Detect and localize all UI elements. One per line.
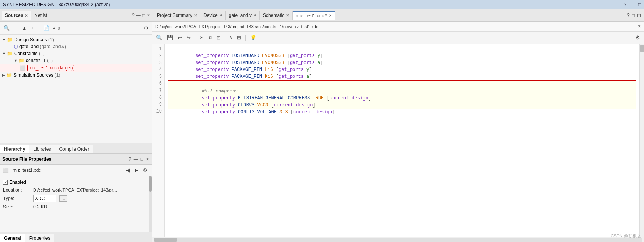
tree-constraints[interactable]: ▼ 📁 Constraints (1)	[0, 50, 152, 57]
folder-icon: 📁	[18, 58, 24, 63]
help-icon[interactable]: ?	[132, 13, 135, 18]
gear-button[interactable]: ⚙	[143, 24, 150, 32]
line-num-6: 6	[152, 80, 164, 87]
location-value: D:/ccj/ccj_work/FPGA_EXT/project_143/pro…	[33, 188, 118, 192]
props-body: ✓ Enabled Location: D:/ccj/ccj_work/FPGA…	[0, 176, 152, 232]
editor-help-icon[interactable]: ?	[627, 13, 630, 18]
sources-tab-icons: ? — □ ⊡	[132, 13, 150, 18]
tree-simulation-sources[interactable]: ▶ 📁 Simulation Sources (1)	[0, 72, 152, 79]
editor-restore-icon[interactable]: □	[632, 13, 635, 18]
search-button[interactable]: 🔍	[2, 24, 11, 32]
enabled-checkbox-group[interactable]: ✓ Enabled	[3, 180, 26, 185]
chevron-down-icon: ▼	[2, 38, 6, 42]
tab-project-summary[interactable]: Project Summary ✕	[154, 11, 200, 20]
design-sources-label: Design Sources (1)	[14, 37, 54, 42]
line-num-3: 3	[152, 59, 164, 66]
code-line-10	[168, 122, 636, 129]
tab-hierarchy[interactable]: Hierarchy	[0, 145, 29, 153]
editor-redo-button[interactable]: ↪	[185, 34, 192, 41]
toolbar-separator	[39, 25, 39, 31]
props-help-icon[interactable]: ?	[129, 156, 131, 162]
tab-sources[interactable]: Sources ✕	[2, 11, 31, 20]
props-close-icon[interactable]: ✕	[146, 156, 150, 162]
editor-right-scrollbar[interactable]	[639, 44, 644, 237]
sources-tabbar: Sources ✕ Netlist ? — □ ⊡	[0, 9, 152, 22]
tree-constrs1[interactable]: ▼ 📁 constrs_1 (1)	[0, 57, 152, 64]
tab-project-summary-close[interactable]: ✕	[194, 13, 197, 17]
code-content[interactable]: set_property IOSTANDARD LVCMOS33 [get_po…	[165, 44, 639, 237]
up-button[interactable]: ▲	[21, 24, 28, 32]
editor-block-button[interactable]: ⊞	[235, 34, 243, 41]
tab-device[interactable]: Device ✕	[200, 11, 226, 20]
add-button[interactable]: +	[30, 24, 35, 32]
constraints-label: Constraints (1)	[14, 51, 45, 56]
size-value: 0.2 KB	[33, 204, 149, 210]
type-browse-btn[interactable]: ...	[59, 195, 67, 202]
editor-path-bar: D:/ccj/ccj_work/FPGA_EXT/project_143/pro…	[152, 22, 644, 32]
tree-xdc-file[interactable]: ⬜ miz_test1.xdc (target)	[0, 64, 152, 72]
xdc-file-icon: ⬜	[20, 65, 26, 71]
chevron-down-icon: ▼	[2, 52, 6, 55]
props-restore-icon[interactable]: □	[141, 156, 143, 162]
editor-float-icon[interactable]: ⊡	[637, 13, 641, 18]
minimize-icon[interactable]: —	[136, 13, 141, 18]
editor-undo-button[interactable]: ↩	[176, 34, 183, 41]
minimize-icon[interactable]: _	[631, 2, 634, 7]
help-icon[interactable]: ?	[624, 2, 626, 7]
pbtab-general[interactable]: General	[0, 234, 25, 242]
tab-netlist[interactable]: Netlist	[31, 11, 50, 20]
tree-gate-and[interactable]: ⬡ gate_and (gate_and.v)	[0, 43, 152, 50]
editor-comment-button[interactable]: //	[228, 34, 234, 41]
pbtab-properties[interactable]: Properties	[25, 234, 55, 242]
editor-bulb-button[interactable]: 💡	[249, 34, 258, 41]
props-scrollbar-thumb	[149, 176, 152, 192]
doc-button[interactable]: 📄	[42, 24, 50, 32]
tab-device-close[interactable]: ✕	[219, 13, 222, 17]
editor-path-close[interactable]: ✕	[637, 24, 641, 29]
tab-sources-close[interactable]: ✕	[25, 13, 28, 18]
tab-miz-test1-xdc[interactable]: miz_test1.xdc * ✕	[293, 11, 335, 20]
restore-icon[interactable]: □	[142, 13, 145, 18]
tree-design-sources[interactable]: ▼ 📁 Design Sources (1)	[0, 36, 152, 43]
props-panel: Source File Properties ? — □ ✕ ⬜ miz_tes…	[0, 153, 152, 242]
gate-and-label: gate_and (gate_and.v)	[19, 44, 66, 49]
sources-toolbar: 🔍 ≡ ▲ + 📄 ● 0 ⚙	[0, 22, 152, 35]
type-input[interactable]	[33, 195, 56, 202]
red-box-region: #bit compress set_property BITSTREAM.GEN…	[168, 80, 636, 109]
props-gear-button[interactable]: ⚙	[142, 166, 149, 174]
maximize-icon[interactable]: □	[638, 2, 641, 7]
tab-compile-order[interactable]: Compile Order	[55, 145, 93, 153]
etb-separator-2	[225, 35, 225, 41]
badge-number: 0	[58, 26, 60, 30]
tab-miz-test1-xdc-close[interactable]: ✕	[329, 13, 332, 18]
float-icon[interactable]: ⊡	[146, 13, 150, 18]
editor-area: 1 2 3 4 5 6 7 8 9 10 set_property IOSTAN…	[152, 44, 644, 237]
editor-horizontal-scrollbar[interactable]	[154, 238, 642, 242]
tab-gate-and-v[interactable]: gate_and.v ✕	[226, 11, 260, 20]
editor-search-button[interactable]: 🔍	[155, 34, 164, 41]
tab-schematic[interactable]: Schematic ✕	[260, 11, 293, 20]
line-num-5: 5	[152, 73, 164, 80]
badge-count: ●	[53, 26, 55, 30]
props-scrollbar[interactable]	[149, 176, 152, 232]
collapse-button[interactable]: ≡	[13, 24, 18, 32]
editor-cut-button[interactable]: ✂	[198, 34, 205, 41]
editor-gear-button[interactable]: ⚙	[634, 34, 642, 41]
props-minimize-icon[interactable]: —	[134, 156, 138, 162]
props-filename-row: ⬜ miz_test1.xdc ◀ ▶ ⚙	[0, 165, 152, 176]
props-header: Source File Properties ? — □ ✕	[0, 154, 152, 165]
editor-bottom-scrollbar[interactable]	[152, 237, 644, 242]
tab-schematic-close[interactable]: ✕	[286, 13, 289, 17]
editor-save-button[interactable]: 💾	[165, 34, 175, 41]
enabled-checkbox[interactable]: ✓	[3, 180, 8, 185]
editor-copy-button[interactable]: ⧉	[207, 34, 214, 42]
props-nav-forward[interactable]: ▶	[133, 166, 140, 174]
tab-libraries[interactable]: Libraries	[29, 145, 55, 153]
editor-path-text: D:/ccj/ccj_work/FPGA_EXT/project_143/pro…	[155, 24, 318, 29]
left-panel: Sources ✕ Netlist ? — □ ⊡ 🔍 ≡ ▲ + 📄 ● 0	[0, 9, 152, 242]
size-label: Size:	[3, 204, 30, 210]
editor-paste-button[interactable]: ⊡	[215, 34, 222, 41]
props-nav-back[interactable]: ◀	[125, 166, 131, 174]
tab-netlist-label: Netlist	[34, 13, 47, 18]
tab-gate-and-v-close[interactable]: ✕	[253, 13, 256, 17]
